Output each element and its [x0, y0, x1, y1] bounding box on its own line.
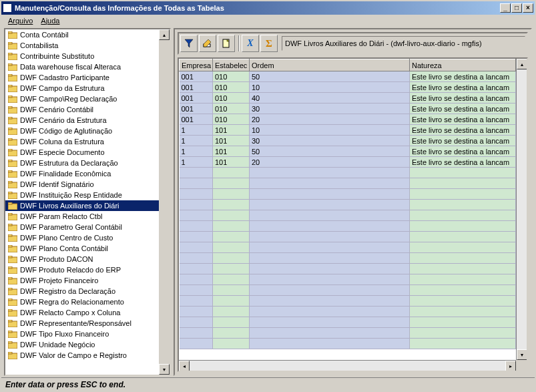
tree-item[interactable]: Contabilista [5, 40, 159, 51]
table-row[interactable]: 110110Este livro se destina a lancam [180, 125, 516, 136]
cell-ordem[interactable]: 50 [250, 146, 410, 157]
tree-item[interactable]: DWF Campo\Reg Declaração [5, 93, 159, 104]
tree-item[interactable]: DWF Identif Signatário [5, 179, 159, 190]
tree-item[interactable]: Contribuinte Substituto [5, 51, 159, 61]
column-header[interactable]: Natureza [410, 59, 516, 71]
cell-ordem[interactable]: 10 [250, 82, 410, 93]
tree-item[interactable]: DWF Parametro Geral Contábil [5, 222, 159, 232]
tree-item[interactable]: DWF Instituição Resp Entidade [5, 190, 159, 200]
cell-empresa[interactable]: 1 [180, 146, 213, 157]
tree-item[interactable]: DWF Tipo Fluxo Financeiro [5, 329, 159, 339]
table-row[interactable]: 110130Este livro se destina a lancam [180, 136, 516, 146]
cell-natureza[interactable]: Este livro se destina a lancam [410, 71, 516, 82]
tree-item[interactable]: DWF Produto Relacdo do ERP [5, 264, 159, 275]
grid-vscroll[interactable]: ▴ ▾ [516, 59, 527, 360]
cell-ordem[interactable]: 20 [250, 114, 410, 125]
cell-natureza[interactable]: Este livro se destina a lancam [410, 82, 516, 93]
scroll-up-icon[interactable]: ▴ [517, 59, 527, 69]
cell-natureza[interactable]: Este livro se destina a lancam [410, 146, 516, 157]
tree-item[interactable]: DWF Estrutura da Declaração [5, 158, 159, 168]
table-row[interactable]: 110150Este livro se destina a lancam [180, 146, 516, 157]
cell-estabelec[interactable]: 101 [213, 136, 250, 146]
tree[interactable]: Conta ContábilContabilistaContribuinte S… [5, 29, 159, 375]
cell-empresa[interactable]: 001 [180, 114, 213, 125]
cell-empresa[interactable]: 001 [180, 82, 213, 93]
tree-item[interactable]: DWF Especie Documento [5, 147, 159, 158]
cell-empresa[interactable]: 001 [180, 104, 213, 114]
tree-item[interactable]: DWF Valor de Campo e Registro [5, 350, 159, 361]
cell-empresa[interactable]: 1 [180, 136, 213, 146]
tree-item[interactable]: DWF Plano Conta Contábil [5, 243, 159, 254]
cell-ordem[interactable]: 30 [250, 136, 410, 146]
tree-item[interactable]: DWF Relacto Campo x Coluna [5, 307, 159, 318]
table-row[interactable]: 00101010Este livro se destina a lancam [180, 82, 516, 93]
minimize-button[interactable]: _ [500, 3, 511, 13]
cell-natureza[interactable]: Este livro se destina a lancam [410, 104, 516, 114]
cell-estabelec[interactable]: 010 [213, 82, 250, 93]
cell-empresa[interactable]: 001 [180, 71, 213, 82]
tree-item[interactable]: DWF Código de Aglutinação [5, 126, 159, 136]
tree-item[interactable]: Data warehouse fiscal Alteraca [5, 61, 159, 72]
tree-item[interactable]: DWF Livros Auxiliares do Diári [5, 200, 159, 211]
filter-button[interactable] [180, 35, 198, 52]
menu-file[interactable]: Arquivo [4, 15, 37, 26]
scroll-right-icon[interactable]: ▸ [505, 361, 516, 371]
cell-natureza[interactable]: Este livro se destina a lancam [410, 93, 516, 104]
column-header[interactable]: Empresa [180, 59, 213, 71]
cell-ordem[interactable]: 30 [250, 104, 410, 114]
column-header[interactable]: Estabelec [213, 59, 250, 71]
cell-estabelec[interactable]: 101 [213, 146, 250, 157]
tree-item[interactable]: DWF Representante/Responsável [5, 318, 159, 329]
table-row[interactable]: 00101050Este livro se destina a lancam [180, 71, 516, 82]
scroll-down-icon[interactable]: ▾ [159, 364, 170, 375]
tree-item[interactable]: DWF Cadastro Participante [5, 72, 159, 83]
table-row[interactable]: 00101020Este livro se destina a lancam [180, 114, 516, 125]
cell-natureza[interactable]: Este livro se destina a lancam [410, 157, 516, 168]
cell-empresa[interactable]: 1 [180, 157, 213, 168]
cell-ordem[interactable]: 50 [250, 71, 410, 82]
tree-vscroll[interactable]: ▴ ▾ [159, 29, 170, 375]
edit-button[interactable] [199, 35, 216, 52]
cell-empresa[interactable]: 001 [180, 93, 213, 104]
tree-item[interactable]: Conta Contábil [5, 29, 159, 40]
cell-estabelec[interactable]: 010 [213, 93, 250, 104]
cell-empresa[interactable]: 1 [180, 125, 213, 136]
tree-item[interactable]: DWF Produto DACON [5, 254, 159, 264]
tree-item[interactable]: DWF Plano Centro de Custo [5, 232, 159, 243]
cell-ordem[interactable]: 40 [250, 93, 410, 104]
cell-estabelec[interactable]: 010 [213, 104, 250, 114]
menu-help[interactable]: Ajuda [37, 15, 63, 26]
tree-item[interactable]: DWF Finalidade Econômica [5, 168, 159, 179]
cell-estabelec[interactable]: 010 [213, 71, 250, 82]
excel-button[interactable]: X [242, 35, 259, 52]
cell-ordem[interactable]: 10 [250, 125, 410, 136]
scroll-up-icon[interactable]: ▴ [159, 29, 170, 40]
scroll-left-icon[interactable]: ◂ [179, 361, 190, 371]
tree-item[interactable]: DWF Cenário da Estrutura [5, 115, 159, 126]
tree-item[interactable]: DWF Registro da Declaração [5, 286, 159, 297]
data-grid[interactable]: EmpresaEstabelecOrdemNatureza 00101050Es… [179, 59, 516, 349]
table-row[interactable]: 00101040Este livro se destina a lancam [180, 93, 516, 104]
tree-item[interactable]: DWF Param Relacto Ctbl [5, 211, 159, 222]
cell-ordem[interactable]: 20 [250, 157, 410, 168]
column-header[interactable]: Ordem [250, 59, 410, 71]
tree-item[interactable]: DWF Campo da Estrutura [5, 83, 159, 93]
scroll-down-icon[interactable]: ▾ [517, 349, 527, 360]
table-row[interactable]: 110120Este livro se destina a lancam [180, 157, 516, 168]
tree-item[interactable]: DWF Cenário Contábil [5, 104, 159, 115]
cell-estabelec[interactable]: 101 [213, 157, 250, 168]
new-button[interactable] [218, 35, 235, 52]
sys-menu-icon[interactable] [3, 3, 12, 13]
sum-button[interactable]: Σ [260, 35, 278, 52]
tree-item[interactable]: DWF Projeto Financeiro [5, 275, 159, 286]
cell-natureza[interactable]: Este livro se destina a lancam [410, 114, 516, 125]
close-button[interactable]: × [523, 3, 533, 13]
tree-item[interactable]: DWF Coluna da Estrutura [5, 136, 159, 147]
cell-natureza[interactable]: Este livro se destina a lancam [410, 136, 516, 146]
cell-estabelec[interactable]: 101 [213, 125, 250, 136]
tree-item[interactable]: DWF Unidade Negócio [5, 339, 159, 350]
maximize-button[interactable]: □ [511, 3, 522, 13]
tree-item[interactable]: DWF Regra do Relacionamento [5, 297, 159, 307]
table-row[interactable]: 00101030Este livro se destina a lancam [180, 104, 516, 114]
cell-estabelec[interactable]: 010 [213, 114, 250, 125]
